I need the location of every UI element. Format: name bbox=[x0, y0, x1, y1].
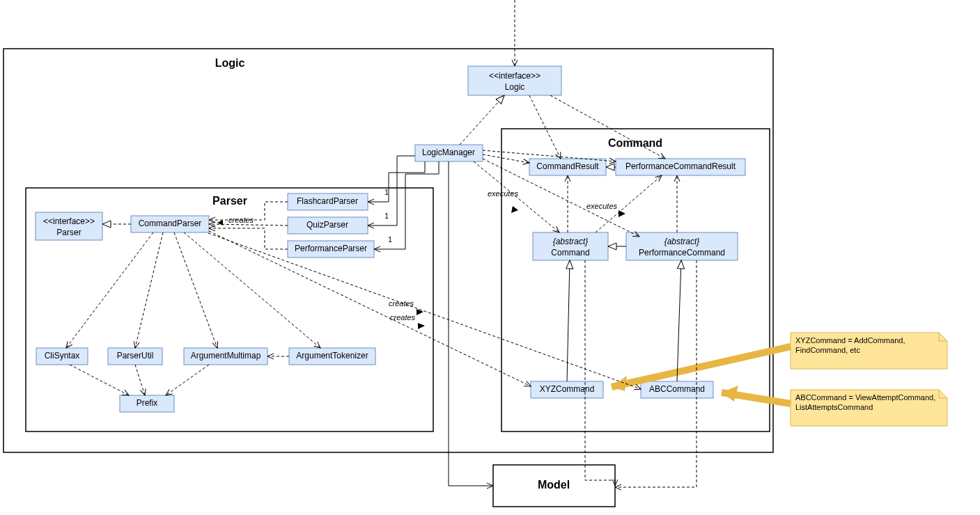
argument-multimap-box: ArgumentMultimap bbox=[184, 348, 267, 365]
edge-lm-performanceparser bbox=[374, 161, 439, 249]
abc-note: ABCCommand = ViewAttemptCommand, ListAtt… bbox=[791, 390, 947, 426]
xyz-note-arrow bbox=[612, 347, 791, 387]
abstract-performance-command-box: {abstract} PerformanceCommand bbox=[626, 232, 738, 260]
parser-interface-box: <<interface>> Parser bbox=[36, 212, 102, 240]
svg-text:1: 1 bbox=[388, 235, 392, 244]
edge-cp-parserutil bbox=[135, 232, 163, 348]
svg-text:LogicManager: LogicManager bbox=[422, 148, 475, 157]
svg-text:Command: Command bbox=[551, 248, 589, 258]
xyz-note-text: XYZCommand = AddCommand, FindCommand, et… bbox=[795, 336, 942, 356]
svg-text:CliSyntax: CliSyntax bbox=[45, 351, 80, 360]
edge-argmm-prefix bbox=[166, 365, 209, 395]
command-result-box: CommandResult bbox=[529, 159, 606, 175]
svg-text:ParserUtil: ParserUtil bbox=[117, 351, 154, 360]
performance-command-result-box: PerformanceCommandResult bbox=[616, 159, 745, 175]
edge-lm-perfcommand-label: executes bbox=[586, 202, 618, 210]
svg-text:FlashcardParser: FlashcardParser bbox=[297, 196, 358, 206]
command-parser-box: CommandParser bbox=[131, 216, 209, 232]
svg-text:<<interface>>: <<interface>> bbox=[489, 71, 540, 81]
svg-text:XYZCommand: XYZCommand bbox=[540, 384, 595, 394]
edge-cp-argmultimap bbox=[174, 232, 217, 348]
svg-text:<<interface>>: <<interface>> bbox=[43, 216, 95, 226]
quiz-parser-box: QuizParser bbox=[288, 217, 368, 234]
svg-text:ArgumentMultimap: ArgumentMultimap bbox=[191, 351, 261, 360]
argument-tokenizer-box: ArgumentTokenizer bbox=[289, 348, 375, 365]
parser-util-box: ParserUtil bbox=[108, 348, 162, 365]
svg-text:ArgumentTokenizer: ArgumentTokenizer bbox=[296, 351, 368, 360]
logic-interface-box: <<interface>> Logic bbox=[468, 66, 561, 95]
edge-lm-command-label: executes bbox=[488, 189, 519, 198]
svg-text:1: 1 bbox=[384, 188, 389, 196]
edge-lm-quizparser bbox=[368, 156, 415, 225]
svg-text:1: 1 bbox=[384, 212, 389, 220]
abstract-command-box: {abstract} Command bbox=[533, 232, 608, 260]
svg-text:QuizParser: QuizParser bbox=[306, 220, 348, 230]
svg-text:CommandParser: CommandParser bbox=[139, 219, 202, 228]
svg-text:PerformanceCommand: PerformanceCommand bbox=[639, 248, 725, 258]
edge-creates-cp-label: creates bbox=[228, 216, 254, 224]
edge-lm-model bbox=[449, 161, 493, 486]
svg-text:CommandResult: CommandResult bbox=[536, 161, 599, 171]
svg-text:PerformanceParser: PerformanceParser bbox=[295, 244, 367, 253]
svg-text:{abstract}: {abstract} bbox=[664, 237, 700, 246]
prefix-box: Prefix bbox=[120, 395, 174, 412]
edge-cp-clisyntax bbox=[66, 232, 153, 348]
flashcard-parser-box: FlashcardParser bbox=[288, 193, 368, 210]
logic-package-title: Logic bbox=[215, 57, 245, 69]
edge-lm-flashcardparser bbox=[368, 161, 425, 202]
abc-note-text: ABCCommand = ViewAttemptCommand, ListAtt… bbox=[795, 393, 942, 413]
svg-text:Parser: Parser bbox=[56, 228, 81, 237]
svg-text:Logic: Logic bbox=[505, 82, 525, 92]
edge-parserutil-prefix bbox=[135, 365, 145, 395]
abc-command-box: ABCCommand bbox=[641, 381, 713, 398]
command-package-title: Command bbox=[608, 137, 662, 149]
edge-cp-xyz-label: creates bbox=[389, 299, 414, 308]
xyz-command-box: XYZCommand bbox=[531, 381, 603, 398]
edge-lm-cr bbox=[483, 154, 529, 163]
edge-abc-perfcmd bbox=[677, 260, 681, 381]
parser-package-title: Parser bbox=[212, 195, 247, 207]
svg-text:{abstract}: {abstract} bbox=[553, 237, 589, 246]
xyz-note: XYZCommand = AddCommand, FindCommand, et… bbox=[791, 333, 947, 369]
cli-syntax-box: CliSyntax bbox=[36, 348, 88, 365]
model-package-title: Model bbox=[538, 479, 570, 491]
svg-text:PerformanceCommandResult: PerformanceCommandResult bbox=[625, 161, 736, 171]
edge-performance-commandparser bbox=[209, 228, 288, 249]
svg-text:Prefix: Prefix bbox=[137, 398, 158, 408]
edge-logic-perfcommandresult bbox=[550, 95, 665, 159]
edge-cli-prefix bbox=[70, 365, 129, 395]
edge-logicmanager-logic bbox=[460, 95, 504, 145]
edge-cp-abc-label: creates bbox=[390, 313, 416, 322]
performance-parser-box: PerformanceParser bbox=[288, 241, 374, 258]
logic-manager-box: LogicManager bbox=[415, 145, 483, 161]
edge-logic-commandresult bbox=[529, 95, 561, 159]
